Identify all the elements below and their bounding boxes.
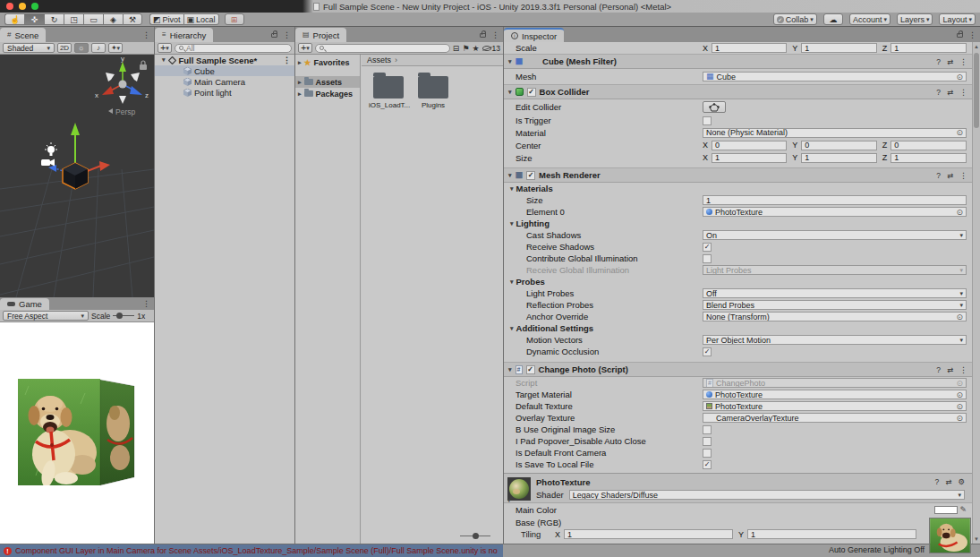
size-y-field[interactable]: 1	[801, 153, 876, 163]
cast-shadows-dropdown[interactable]: On	[703, 230, 967, 240]
help-icon[interactable]	[936, 88, 941, 97]
layers-dropdown[interactable]: Layers	[897, 13, 933, 25]
create-asset-button[interactable]	[298, 43, 312, 53]
object-picker-icon[interactable]	[956, 390, 963, 399]
foldout-icon[interactable]	[510, 220, 514, 227]
preset-icon[interactable]	[947, 88, 953, 97]
foldout-icon[interactable]	[508, 172, 512, 179]
search-by-type-icon[interactable]: ⊟	[453, 44, 460, 53]
component-menu-icon[interactable]	[959, 171, 967, 180]
asset-folder-plugins[interactable]: Plugins	[413, 76, 453, 109]
pivot-toggle-button[interactable]: Pivot	[149, 13, 183, 25]
lock-icon[interactable]	[957, 33, 963, 38]
lock-icon[interactable]	[480, 33, 486, 38]
probes-subheader[interactable]: Probes	[504, 276, 972, 287]
foldout-icon[interactable]	[508, 366, 512, 373]
component-enabled-checkbox[interactable]	[526, 365, 535, 374]
foldout-icon[interactable]	[510, 278, 514, 286]
object-picker-icon[interactable]	[956, 73, 963, 81]
create-object-button[interactable]	[158, 43, 172, 53]
foldout-icon[interactable]	[508, 58, 512, 65]
scale-tool-button[interactable]	[64, 13, 83, 25]
shader-dropdown[interactable]: Legacy Shaders/Diffuse	[569, 490, 965, 500]
tab-hierarchy[interactable]: Hierarchy	[155, 28, 213, 42]
foldout-icon[interactable]	[298, 79, 302, 86]
object-picker-icon[interactable]	[956, 208, 963, 217]
scale-y-field[interactable]: 1	[801, 43, 876, 53]
component-enabled-checkbox[interactable]	[527, 88, 536, 97]
scroll-up-icon[interactable]: ▲	[974, 44, 979, 49]
2d-toggle-button[interactable]: 2D	[57, 43, 72, 53]
close-window-icon[interactable]	[6, 3, 13, 10]
motion-vectors-dropdown[interactable]: Per Object Motion	[703, 335, 967, 345]
scrollbar-thumb[interactable]	[974, 53, 979, 128]
materials-subheader[interactable]: Materials	[504, 183, 972, 194]
saved-search-icon[interactable]	[472, 44, 479, 53]
rect-tool-button[interactable]	[83, 13, 103, 25]
target-material-field[interactable]: PhotoTexture	[703, 390, 967, 399]
scroll-down-icon[interactable]: ▼	[974, 536, 979, 542]
foldout-icon[interactable]	[162, 56, 166, 64]
base-rgb-texture-thumbnail[interactable]	[929, 518, 971, 553]
collab-button[interactable]: Collab	[773, 13, 817, 25]
inspector-scrollbar[interactable]: ▲ ▼	[972, 42, 980, 544]
game-scale-slider[interactable]	[113, 315, 134, 316]
scene-root-row[interactable]: Full Sample Scene*	[155, 55, 294, 65]
receive-shadows-checkbox[interactable]	[703, 243, 712, 252]
size-x-field[interactable]: 1	[712, 153, 787, 163]
scene-effects-dropdown[interactable]	[108, 43, 123, 53]
panel-menu-icon[interactable]	[968, 30, 976, 39]
help-icon[interactable]	[935, 477, 940, 486]
hierarchy-search-input[interactable]: All	[175, 44, 292, 53]
box-collider-header[interactable]: Box Collider	[504, 84, 972, 99]
thumbnail-size-slider[interactable]	[460, 536, 490, 536]
material-foldout-icon[interactable]	[507, 497, 511, 504]
preset-icon[interactable]	[945, 477, 951, 486]
gear-icon[interactable]	[958, 477, 965, 486]
tiling-y-field[interactable]: 1	[747, 529, 916, 539]
light-probes-dropdown[interactable]: Off	[703, 288, 967, 298]
use-original-size-checkbox[interactable]	[703, 425, 712, 434]
breadcrumb[interactable]: Assets	[362, 55, 503, 66]
physic-material-field[interactable]: None (Physic Material)	[703, 128, 967, 138]
additional-settings-subheader[interactable]: Additional Settings	[504, 322, 972, 334]
panel-menu-icon[interactable]	[142, 30, 150, 39]
panel-menu-icon[interactable]	[283, 30, 291, 39]
scale-z-field[interactable]: 1	[891, 43, 967, 53]
panel-menu-icon[interactable]	[142, 299, 150, 308]
overlay-texture-field[interactable]: CameraOverlayTexture	[703, 413, 967, 423]
shading-mode-dropdown[interactable]: Shaded	[3, 43, 55, 53]
scale-x-field[interactable]: 1	[712, 43, 787, 53]
layout-dropdown[interactable]: Layout	[939, 13, 976, 25]
preset-icon[interactable]	[947, 171, 953, 180]
size-z-field[interactable]: 1	[891, 153, 967, 163]
mesh-object-field[interactable]: Cube	[703, 72, 967, 81]
scene-lighting-toggle[interactable]	[74, 43, 89, 53]
zoom-window-icon[interactable]	[31, 3, 38, 10]
center-z-field[interactable]: 0	[891, 141, 967, 150]
hierarchy-item-point-light[interactable]: Point light	[155, 87, 294, 98]
component-menu-icon[interactable]	[959, 365, 967, 374]
front-camera-checkbox[interactable]	[703, 449, 712, 458]
tab-game[interactable]: Game	[0, 298, 49, 310]
center-x-field[interactable]: 0	[712, 141, 787, 150]
search-by-label-icon[interactable]: ⚑	[462, 44, 469, 53]
persp-label[interactable]: Persp	[108, 107, 135, 116]
preset-icon[interactable]	[947, 57, 953, 66]
hierarchy-item-main-camera[interactable]: Main Camera	[155, 76, 294, 87]
foldout-icon[interactable]	[508, 89, 512, 96]
foldout-icon[interactable]	[298, 90, 302, 98]
scene-audio-toggle[interactable]	[91, 43, 106, 53]
hand-tool-button[interactable]	[4, 13, 24, 25]
object-picker-icon[interactable]	[956, 414, 963, 423]
component-enabled-checkbox[interactable]	[526, 171, 535, 180]
grid-snap-button[interactable]	[225, 13, 244, 25]
contribute-gi-checkbox[interactable]	[703, 254, 712, 263]
mesh-filter-header[interactable]: Cube (Mesh Filter)	[504, 54, 972, 69]
move-tool-button[interactable]	[24, 13, 44, 25]
preset-icon[interactable]	[947, 365, 953, 374]
game-viewport[interactable]	[0, 322, 154, 544]
save-local-checkbox[interactable]	[703, 460, 712, 469]
project-search-input[interactable]	[315, 44, 450, 53]
reflection-probes-dropdown[interactable]: Blend Probes	[703, 300, 967, 310]
